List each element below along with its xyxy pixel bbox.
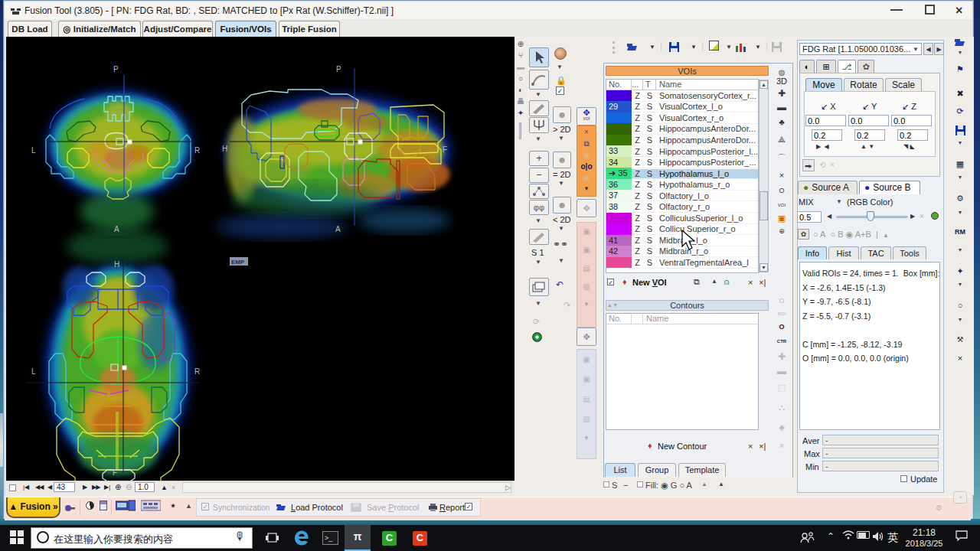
svg-text:A: A [335, 225, 341, 233]
svg-text:P: P [113, 65, 119, 73]
svg-text:A: A [114, 225, 119, 233]
svg-text:H: H [114, 260, 119, 269]
svg-text:F: F [113, 468, 117, 477]
svg-text:EMP: EMP [231, 259, 245, 266]
svg-text:L: L [31, 146, 36, 155]
svg-text:R: R [194, 367, 200, 376]
svg-text:F: F [443, 145, 447, 154]
svg-text:H: H [222, 145, 227, 153]
svg-text:L: L [31, 367, 36, 376]
svg-text:P: P [336, 65, 341, 73]
svg-text:R: R [194, 146, 200, 155]
